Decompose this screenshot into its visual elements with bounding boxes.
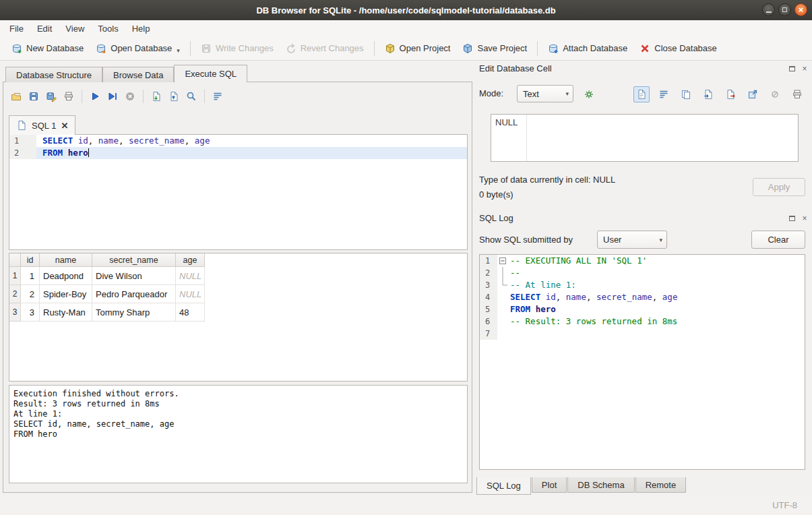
maximize-icon	[782, 7, 787, 12]
auto-mode-button[interactable]	[580, 86, 598, 103]
chevron-down-icon: ▾	[659, 237, 662, 243]
mode-label: Mode:	[479, 88, 503, 98]
sql-tab-label: SQL 1	[32, 121, 56, 131]
close-database-icon	[639, 43, 650, 54]
tab-execute-sql[interactable]: Execute SQL	[174, 65, 247, 82]
save-sql-file-button[interactable]	[25, 88, 42, 105]
execute-all-button[interactable]	[86, 88, 104, 105]
tab-db-schema[interactable]: DB Schema	[567, 477, 634, 493]
tab-browse-data[interactable]: Browse Data	[102, 67, 174, 82]
import-data-button[interactable]	[700, 86, 716, 102]
panel-buttons: ×	[787, 64, 809, 73]
tab-plot[interactable]: Plot	[532, 477, 567, 493]
table-cell[interactable]: 1	[21, 267, 40, 285]
close-tab-icon[interactable]: ✕	[61, 121, 68, 131]
dropdown-arrow-icon[interactable]: ▾	[177, 47, 180, 54]
save-sql-file-as-button[interactable]	[42, 88, 60, 105]
float-panel-icon[interactable]	[787, 64, 797, 73]
export-results-button[interactable]	[148, 88, 165, 105]
menu-file[interactable]: File	[3, 20, 30, 36]
column-header-age[interactable]: age	[176, 253, 205, 267]
new-database-button[interactable]: New Database	[5, 40, 90, 57]
open-database-button[interactable]: Open Database▾	[90, 40, 186, 57]
import-data-icon	[703, 89, 714, 100]
stop-button[interactable]	[121, 88, 139, 105]
table-cell[interactable]: Spider-Boy	[40, 285, 92, 303]
find-replace-button[interactable]	[183, 88, 200, 105]
word-wrap-button[interactable]	[656, 86, 672, 102]
row-number[interactable]: 1	[9, 267, 21, 285]
table-cell[interactable]: Pedro Parqueador	[92, 285, 176, 303]
close-panel-icon[interactable]: ×	[800, 64, 809, 73]
toolbar-button-label: Revert Changes	[301, 43, 364, 53]
cell-size-info: 0 byte(s)	[479, 189, 513, 200]
toolbar-button-label: Write Changes	[216, 43, 274, 53]
table-cell[interactable]: Deadpond	[40, 267, 92, 285]
sql-keyword: SELECT	[510, 292, 540, 302]
attach-database-button[interactable]: Attach Database	[542, 40, 633, 57]
tab-sql-log[interactable]: SQL Log	[476, 477, 531, 495]
sql-identifier: age	[662, 292, 678, 302]
column-header-name[interactable]: name	[40, 253, 92, 267]
log-filter-select[interactable]: User ▾	[597, 231, 667, 249]
sql-editor[interactable]: 1SELECT id, name, secret_name, age2FROM …	[9, 134, 468, 250]
table-cell[interactable]: Tommy Sharp	[92, 303, 176, 322]
print-button[interactable]	[60, 88, 77, 105]
editor-line: 1SELECT id, name, secret_name, age	[9, 135, 467, 147]
menu-tools[interactable]: Tools	[91, 20, 125, 36]
menu-edit[interactable]: Edit	[30, 20, 59, 36]
column-header-id[interactable]: id	[21, 253, 40, 267]
export-data-button[interactable]	[722, 86, 739, 102]
tab-remote[interactable]: Remote	[635, 477, 687, 493]
set-null-button[interactable]	[767, 86, 783, 102]
text-mode-button[interactable]	[633, 86, 650, 102]
menu-view[interactable]: View	[59, 20, 91, 36]
table-cell[interactable]: Dive Wilson	[92, 267, 176, 285]
fold-marker-icon[interactable]	[497, 255, 508, 267]
export-results-icon	[151, 91, 162, 102]
log-line: 2--	[480, 267, 805, 279]
row-number[interactable]: 2	[9, 285, 21, 303]
open-project-button[interactable]: Open Project	[379, 40, 457, 57]
row-number[interactable]: 3	[9, 303, 21, 322]
close-database-button[interactable]: Close Database	[633, 40, 723, 57]
column-header-secret_name[interactable]: secret_name	[92, 253, 176, 267]
open-external-icon	[747, 89, 758, 100]
open-sql-file-button[interactable]	[7, 88, 25, 105]
clear-button[interactable]: Clear	[751, 231, 805, 249]
table-cell[interactable]: 2	[21, 285, 40, 303]
sql-log-view[interactable]: 1-- EXECUTING ALL IN 'SQL 1'2--3-- At li…	[479, 254, 805, 470]
table-cell[interactable]: 48	[176, 303, 205, 322]
text-mode-icon	[636, 89, 647, 100]
float-panel-icon[interactable]	[787, 214, 797, 223]
copy-button[interactable]	[678, 86, 694, 102]
sql-identifier: id	[78, 135, 88, 146]
sql-identifier: id	[546, 292, 556, 302]
save-project-button[interactable]: Save Project	[456, 40, 533, 57]
tab-database-structure[interactable]: Database Structure	[5, 67, 102, 82]
close-panel-icon[interactable]: ×	[800, 214, 809, 223]
cell-editor[interactable]: NULL	[491, 114, 799, 162]
log-line: 4SELECT id, name, secret_name, age	[480, 291, 805, 303]
print-button[interactable]	[789, 86, 805, 102]
mode-select[interactable]: Text ▾	[517, 85, 573, 102]
mode-value: Text	[523, 89, 539, 99]
toolbar-separator	[537, 41, 538, 56]
maximize-button[interactable]	[778, 3, 791, 16]
open-external-button[interactable]	[745, 86, 761, 102]
tab-sql-1[interactable]: SQL 1 ✕	[9, 115, 75, 135]
results-grid: idnamesecret_nameage11DeadpondDive Wilso…	[9, 253, 468, 382]
table-cell[interactable]: NULL	[176, 267, 205, 285]
log-filter-label: Show SQL submitted by	[479, 235, 573, 245]
menu-help[interactable]: Help	[125, 20, 157, 36]
table-cell[interactable]: 3	[21, 303, 40, 322]
word-wrap-button[interactable]	[209, 88, 226, 105]
table-cell[interactable]: Rusty-Man	[40, 303, 92, 322]
table-cell[interactable]: NULL	[176, 285, 205, 303]
save-results-view-button[interactable]	[165, 88, 183, 105]
save-results-view-icon	[168, 91, 179, 102]
close-window-button[interactable]: ×	[794, 3, 807, 16]
execute-current-line-button[interactable]	[104, 88, 121, 105]
minimize-button[interactable]	[762, 3, 775, 16]
window-title: DB Browser for SQLite - /home/user/code/…	[256, 5, 555, 16]
